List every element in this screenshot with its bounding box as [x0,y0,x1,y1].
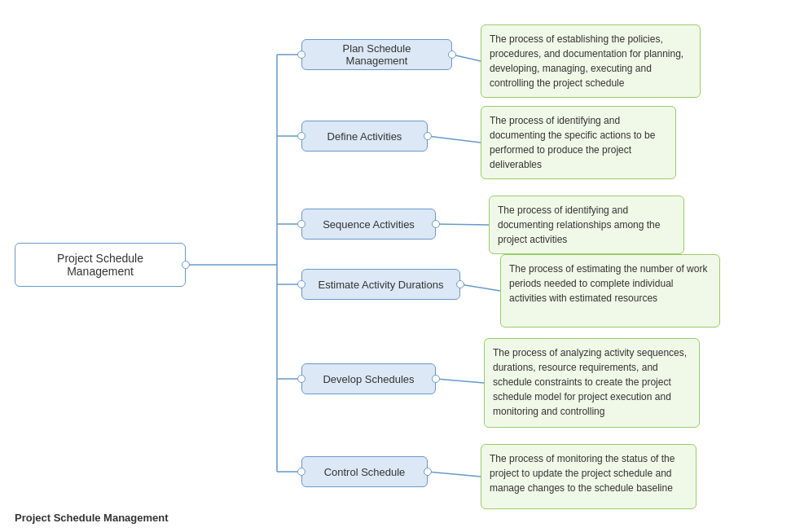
footer-label: Project Schedule Management [15,512,169,524]
estimate-desc: The process of estimating the number of … [500,254,720,328]
control-desc: The process of monitoring the status of … [481,444,697,509]
svg-line-10 [436,224,489,225]
sequence-right-dot [432,220,440,228]
develop-right-dot [432,375,440,383]
branch-control: Control Schedule [301,456,428,487]
define-right-dot [424,132,432,140]
estimate-left-dot [297,280,305,288]
branch-develop: Develop Schedules [301,363,436,394]
plan-right-dot [448,51,456,59]
branch-estimate: Estimate Activity Durations [301,269,460,300]
svg-line-9 [428,136,481,143]
branch-sequence: Sequence Activities [301,209,436,240]
svg-line-8 [452,55,481,61]
branch-define: Define Activities [301,121,428,152]
plan-desc: The process of establishing the policies… [481,24,701,98]
define-desc: The process of identifying and documenti… [481,106,676,179]
control-right-dot [424,468,432,476]
svg-line-13 [428,472,481,477]
control-left-dot [297,468,305,476]
develop-desc: The process of analyzing activity sequen… [484,338,700,428]
branch-plan: Plan Schedule Management [301,39,452,70]
diagram: Project Schedule Management Plan Schedul… [0,0,791,513]
sequence-desc: The process of identifying and documenti… [489,196,684,254]
estimate-right-dot [456,280,464,288]
develop-left-dot [297,375,305,383]
main-node: Project Schedule Management [15,243,186,287]
svg-line-12 [436,379,484,383]
main-connector-dot [182,261,190,269]
sequence-left-dot [297,220,305,228]
svg-line-11 [460,284,500,291]
plan-left-dot [297,51,305,59]
define-left-dot [297,132,305,140]
